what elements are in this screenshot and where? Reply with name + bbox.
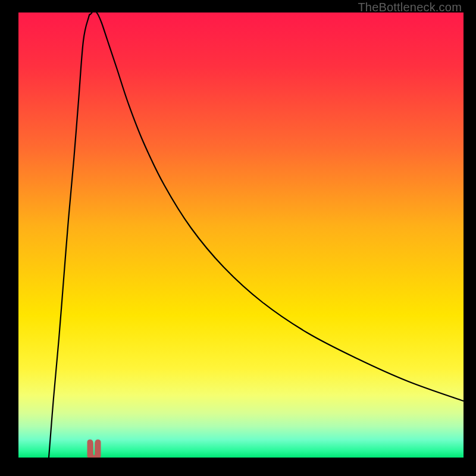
left-branch-curve bbox=[49, 12, 92, 458]
outer-frame: TheBottleneck.com bbox=[0, 0, 476, 476]
right-branch-curve bbox=[96, 12, 464, 401]
minimum-marker-icon bbox=[87, 440, 101, 458]
plot-area bbox=[18, 12, 464, 458]
curve-layer bbox=[18, 12, 464, 458]
